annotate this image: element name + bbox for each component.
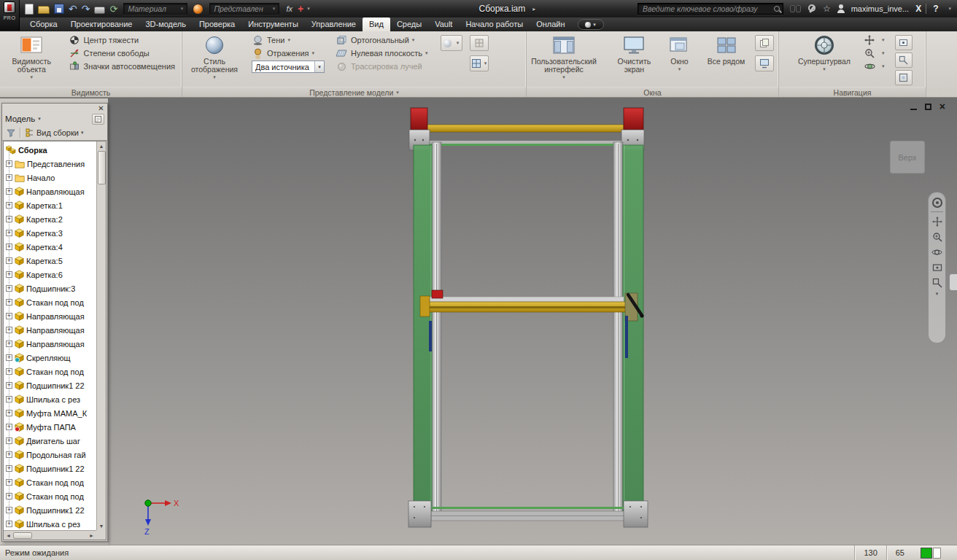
tab-3D-модель[interactable]: 3D-модель — [139, 18, 192, 31]
copy-screen-button[interactable] — [755, 35, 774, 51]
expander-icon[interactable]: + — [6, 327, 12, 333]
zoom-all-button[interactable] — [895, 70, 913, 85]
tree-item-9[interactable]: +Каретка:6 — [4, 268, 96, 281]
view-cube-face-label[interactable]: Верх — [899, 153, 917, 162]
degrees-of-freedom-button[interactable]: Степени свободы — [66, 47, 177, 60]
panel-collapse-handle[interactable] — [949, 273, 957, 291]
expander-icon[interactable]: + — [6, 493, 12, 499]
tree-item-16[interactable]: +Стакан под под — [4, 365, 96, 378]
expander-icon[interactable]: + — [6, 188, 12, 195]
display-style-button[interactable]: Стиль отображения ▾ — [188, 34, 241, 80]
switch-screen-button[interactable] — [755, 55, 774, 71]
panel-label-visibility[interactable]: Видимость — [0, 87, 182, 97]
browser-title[interactable]: Модель — [5, 114, 35, 123]
expander-icon[interactable]: + — [6, 202, 12, 209]
look-at-icon[interactable] — [931, 261, 943, 273]
tile-all-button[interactable]: Все рядом — [706, 34, 746, 66]
expander-icon[interactable]: + — [6, 341, 12, 347]
tab-Вид[interactable]: Вид — [363, 18, 390, 31]
expander-icon[interactable]: + — [6, 507, 12, 513]
expander-icon[interactable]: + — [6, 521, 12, 527]
chevron-down-icon[interactable]: ▾ — [948, 6, 951, 12]
3d-model-view[interactable] — [108, 98, 957, 545]
binoculars-icon[interactable] — [790, 5, 801, 12]
material-combo[interactable]: Материал ▾ — [123, 3, 187, 15]
horizontal-scroll-thumb[interactable] — [13, 532, 32, 539]
tree-item-20[interactable]: +Муфта ПАПА — [4, 420, 96, 434]
lighting-style-combo[interactable]: Два источника ▾ — [252, 61, 325, 73]
reflections-button[interactable]: Отражения ▾ — [249, 47, 325, 60]
navigation-wheel-icon[interactable] — [931, 196, 943, 209]
tree-item-22[interactable]: +Продольная гай — [4, 448, 96, 462]
panel-label-navigation[interactable]: Навигация — [779, 87, 926, 97]
pan-hand-icon[interactable] — [931, 215, 943, 228]
expander-icon[interactable]: + — [6, 382, 12, 389]
filter-funnel-icon[interactable] — [4, 127, 17, 139]
tab-Vault[interactable]: Vault — [428, 18, 459, 31]
expander-icon[interactable]: + — [6, 354, 12, 361]
tab-Начало работы[interactable]: Начало работы — [459, 18, 530, 31]
scroll-right-icon[interactable]: ► — [87, 533, 96, 538]
ray-tracing-button[interactable]: Трассировка лучей — [333, 60, 430, 73]
undo-icon[interactable]: ↶ — [69, 4, 77, 14]
view-face-button[interactable] — [470, 35, 489, 51]
panel-label-model-appearance[interactable]: Представление модели ▾ — [182, 87, 526, 97]
tab-Проектирование[interactable]: Проектирование — [64, 18, 139, 31]
tree-item-15[interactable]: +Скрепляющ — [4, 351, 96, 365]
tree-item-1[interactable]: +Представления — [4, 157, 96, 171]
scroll-up-icon[interactable]: ▲ — [99, 141, 104, 150]
tree-item-21[interactable]: +Двигатель шаг — [4, 434, 96, 448]
expander-icon[interactable]: + — [6, 160, 12, 167]
application-menu-button[interactable]: PRO — [0, 0, 20, 31]
save-icon[interactable] — [54, 4, 64, 14]
browser-options-button[interactable] — [92, 114, 104, 125]
tree-item-19[interactable]: +Муфта МАМА_К — [4, 406, 96, 420]
tree-item-12[interactable]: +Направляющая — [4, 309, 96, 323]
username[interactable]: maximus_inve... — [851, 4, 909, 13]
exchange-x-icon[interactable]: X — [915, 4, 926, 14]
object-visibility-button[interactable]: Видимость объекта ▾ — [6, 34, 58, 80]
tree-item-14[interactable]: +Направляющая — [4, 337, 96, 351]
shadows-button[interactable]: Тени ▾ — [249, 34, 325, 47]
tree-item-26[interactable]: +Подшипник1 22 — [4, 503, 96, 517]
tree-item-10[interactable]: +Подшипник:3 — [4, 281, 96, 295]
expander-icon[interactable]: + — [6, 313, 12, 319]
add-button[interactable]: + — [298, 4, 303, 13]
expander-icon[interactable]: + — [6, 244, 12, 250]
tab-Среды[interactable]: Среды — [390, 18, 428, 31]
zoom-button[interactable]: ▾ — [862, 47, 886, 60]
expander-icon[interactable]: + — [6, 216, 12, 222]
steering-wheel-button[interactable]: Суперштурвал ▾ — [798, 34, 851, 72]
pan-button[interactable]: ▾ — [862, 34, 886, 47]
scroll-down-icon[interactable]: ▼ — [99, 521, 104, 530]
redo-icon[interactable]: ↷ — [82, 4, 90, 14]
close-icon[interactable]: × — [939, 103, 945, 110]
tree-item-11[interactable]: +Стакан под под — [4, 295, 96, 309]
appearance-options-button[interactable]: ▾ — [441, 35, 462, 51]
tree-item-0[interactable]: Сборка — [4, 143, 96, 157]
chevron-down-icon[interactable]: ▾ — [936, 292, 939, 296]
look-at-button[interactable] — [895, 35, 913, 50]
favorites-star-icon[interactable]: ☆ — [823, 4, 831, 14]
expander-icon[interactable]: + — [6, 174, 12, 181]
search-input[interactable] — [638, 3, 783, 15]
expander-icon[interactable]: + — [6, 257, 12, 264]
restore-icon[interactable] — [925, 104, 931, 110]
clean-screen-button[interactable]: Очистить экран — [611, 34, 657, 74]
expander-icon[interactable]: + — [6, 285, 12, 292]
help-button[interactable]: ? — [933, 4, 938, 14]
minimize-icon[interactable] — [910, 104, 917, 110]
chevron-down-icon[interactable]: ▾ — [307, 6, 310, 12]
tools-icon[interactable] — [807, 4, 816, 14]
orthographic-button[interactable]: Ортогональный ▾ — [333, 34, 430, 47]
chevron-down-icon[interactable]: ▾ — [314, 61, 324, 72]
orbit-button[interactable]: ▾ — [862, 60, 886, 73]
tab-Проверка[interactable]: Проверка — [193, 18, 241, 31]
print-icon[interactable] — [94, 7, 105, 14]
expander-icon[interactable]: + — [6, 410, 12, 416]
update-icon[interactable]: ⟳ — [109, 4, 117, 14]
tree-item-25[interactable]: +Стакан под под — [4, 489, 96, 503]
expander-icon[interactable]: + — [6, 438, 12, 444]
tree-item-8[interactable]: +Каретка:5 — [4, 254, 96, 268]
expander-icon[interactable]: + — [6, 451, 12, 458]
